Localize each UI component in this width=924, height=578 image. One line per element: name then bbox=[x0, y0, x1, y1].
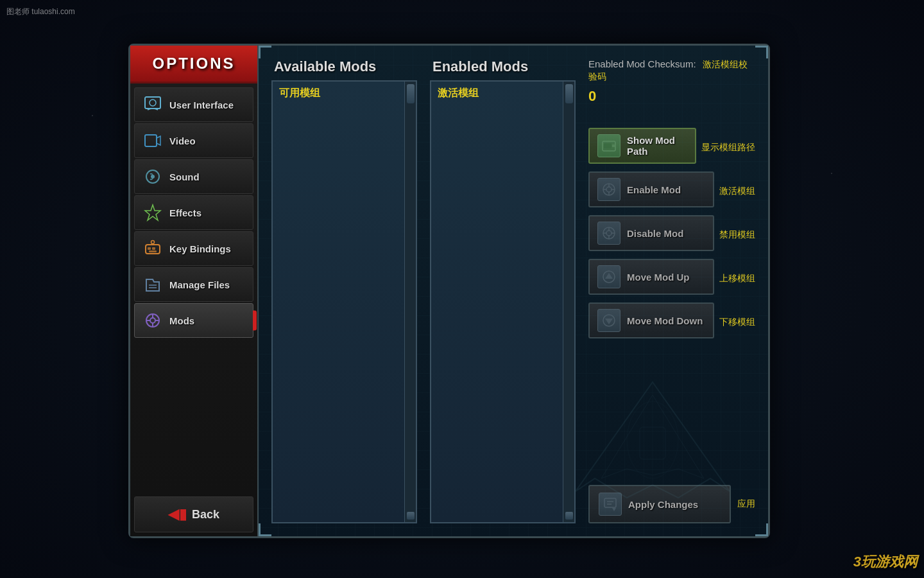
svg-rect-23 bbox=[612, 144, 615, 147]
svg-point-45 bbox=[627, 401, 678, 478]
svg-rect-0 bbox=[145, 97, 160, 109]
back-arrow-icon: ◀▮ bbox=[168, 506, 187, 523]
move-mod-up-label: Move Mod Up bbox=[627, 272, 705, 283]
mods-right-panel: Enabled Mod Checksum: 激活模组校验码 0 bbox=[576, 58, 755, 523]
enabled-mods-inner: 激活模组 bbox=[431, 82, 563, 522]
video-icon bbox=[142, 130, 163, 151]
watermark-bottom: 3玩游戏网 bbox=[853, 552, 918, 572]
enabled-mods-column: Enabled Mods 激活模组 bbox=[430, 58, 576, 523]
svg-point-31 bbox=[606, 231, 612, 236]
available-mods-inner: 可用模组 bbox=[273, 82, 404, 522]
available-mods-header-cn: 可用模组 bbox=[275, 84, 402, 103]
enabled-mods-scrollbar[interactable] bbox=[563, 82, 574, 522]
svg-marker-6 bbox=[145, 205, 160, 220]
apply-changes-label-cn: 应用 bbox=[737, 498, 755, 510]
sidebar-items: User Interface Video bbox=[130, 83, 257, 493]
enable-mod-label-cn: 激活模组 bbox=[719, 186, 755, 197]
apply-section: Apply Changes 应用 bbox=[588, 472, 755, 523]
enabled-mods-list[interactable]: 激活模组 bbox=[430, 80, 576, 523]
show-mod-path-label: Show Mod Path bbox=[627, 135, 687, 157]
sound-icon bbox=[142, 166, 163, 187]
move-mod-down-button[interactable]: Move Mod Down bbox=[588, 302, 714, 338]
bg-ship-decoration bbox=[550, 376, 755, 517]
sidebar-item-sound[interactable]: Sound bbox=[134, 159, 253, 194]
scroll-bottom bbox=[407, 512, 415, 520]
svg-marker-37 bbox=[605, 273, 613, 279]
svg-marker-43 bbox=[612, 508, 616, 511]
options-title: OPTIONS bbox=[130, 46, 257, 83]
sidebar: OPTIONS User Interface bbox=[130, 46, 259, 536]
sidebar-item-label-video: Video bbox=[169, 136, 196, 146]
move-mod-down-icon bbox=[597, 309, 620, 332]
apply-changes-icon bbox=[599, 493, 622, 516]
effects-icon bbox=[142, 202, 163, 223]
move-mod-down-row: Move Mod Down 下移模组 bbox=[588, 302, 755, 342]
enable-mod-icon bbox=[597, 178, 620, 201]
sidebar-item-label-effects: Effects bbox=[169, 207, 201, 218]
sidebar-item-video[interactable]: Video bbox=[134, 123, 253, 158]
sidebar-item-manage-files[interactable]: Manage Files bbox=[134, 267, 253, 302]
sidebar-item-label-keybindings: Key Bindings bbox=[169, 243, 231, 254]
move-mod-up-button[interactable]: Move Mod Up bbox=[588, 259, 714, 295]
svg-point-5 bbox=[151, 175, 155, 179]
available-mods-header: Available Mods bbox=[271, 58, 417, 75]
disable-mod-label-cn: 禁用模组 bbox=[719, 229, 755, 241]
back-button[interactable]: ◀▮ Back bbox=[134, 496, 253, 532]
mods-lists: Available Mods 可用模组 Enabled Mods bbox=[271, 58, 576, 523]
sidebar-item-key-bindings[interactable]: Key Bindings bbox=[134, 231, 253, 266]
svg-rect-10 bbox=[149, 250, 157, 252]
enable-mod-button[interactable]: Enable Mod bbox=[588, 171, 714, 207]
apply-changes-button[interactable]: Apply Changes bbox=[588, 485, 731, 523]
apply-changes-label: Apply Changes bbox=[628, 499, 698, 510]
manage-files-icon bbox=[142, 274, 163, 295]
checksum-value: 0 bbox=[588, 88, 755, 105]
svg-rect-40 bbox=[604, 498, 616, 507]
svg-rect-8 bbox=[148, 247, 151, 250]
sidebar-item-label-managefiles: Manage Files bbox=[169, 279, 230, 290]
sidebar-item-mods[interactable]: Mods bbox=[134, 303, 253, 338]
enable-mod-label: Enable Mod bbox=[627, 184, 705, 195]
scrollbar-thumb bbox=[407, 84, 415, 103]
svg-rect-22 bbox=[604, 143, 612, 148]
svg-rect-2 bbox=[145, 135, 157, 146]
available-mods-list[interactable]: 可用模组 bbox=[271, 80, 417, 523]
available-mods-scrollbar[interactable] bbox=[404, 82, 416, 522]
back-label: Back bbox=[192, 508, 219, 521]
user-interface-icon bbox=[142, 94, 163, 115]
svg-point-16 bbox=[150, 318, 155, 323]
svg-rect-9 bbox=[152, 247, 155, 250]
svg-rect-46 bbox=[640, 427, 665, 459]
enabled-mods-header: Enabled Mods bbox=[430, 58, 576, 75]
move-mod-up-label-cn: 上移模组 bbox=[719, 273, 755, 285]
svg-marker-39 bbox=[605, 319, 613, 324]
mods-layout: Available Mods 可用模组 Enabled Mods bbox=[271, 58, 755, 523]
enable-mod-row: Enable Mod 激活模组 bbox=[588, 171, 755, 211]
key-bindings-icon bbox=[142, 238, 163, 259]
content-area: Available Mods 可用模组 Enabled Mods bbox=[259, 46, 768, 536]
show-mod-path-button[interactable]: Show Mod Path bbox=[588, 128, 696, 164]
svg-point-11 bbox=[151, 241, 155, 244]
move-mod-down-label-cn: 下移模组 bbox=[719, 317, 755, 328]
sidebar-item-user-interface[interactable]: User Interface bbox=[134, 87, 253, 122]
mods-icon bbox=[142, 310, 163, 331]
disable-mod-icon bbox=[597, 222, 620, 245]
available-mods-column: Available Mods 可用模组 bbox=[271, 58, 417, 523]
disable-mod-label: Disable Mod bbox=[627, 228, 705, 239]
enabled-mods-header-cn: 激活模组 bbox=[434, 84, 560, 103]
checksum-section: Enabled Mod Checksum: 激活模组校验码 0 bbox=[588, 58, 755, 115]
svg-point-25 bbox=[606, 187, 612, 192]
sidebar-item-label-ui: User Interface bbox=[169, 100, 234, 110]
checksum-label: Enabled Mod Checksum: bbox=[588, 58, 696, 69]
main-window: OPTIONS User Interface bbox=[128, 44, 770, 538]
move-mod-up-row: Move Mod Up 上移模组 bbox=[588, 259, 755, 299]
show-mod-path-label-cn: 显示模组路径 bbox=[701, 142, 755, 153]
sidebar-item-label-mods: Mods bbox=[169, 315, 194, 326]
move-mod-up-icon bbox=[597, 265, 620, 288]
enabled-scrollbar-thumb bbox=[565, 84, 573, 103]
sidebar-item-effects[interactable]: Effects bbox=[134, 195, 253, 230]
enabled-scroll-bottom bbox=[565, 512, 573, 520]
move-mod-down-label: Move Mod Down bbox=[627, 315, 705, 326]
watermark-top: 图老师 tulaoshi.com bbox=[6, 6, 75, 17]
disable-mod-button[interactable]: Disable Mod bbox=[588, 215, 714, 251]
show-mod-path-icon bbox=[597, 134, 620, 157]
